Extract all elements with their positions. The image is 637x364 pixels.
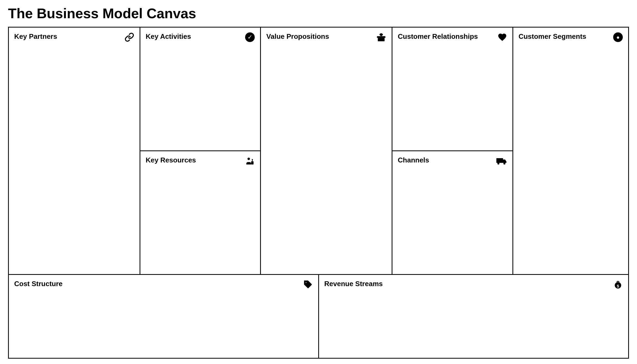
customer-relationships-title: Customer Relationships: [398, 32, 478, 41]
key-activities-title: Key Activities: [146, 32, 191, 41]
bottom-section: Cost Structure Revenue Streams $: [9, 275, 628, 358]
business-model-canvas: Key Partners Key Activities ✓: [8, 27, 629, 359]
channels-title: Channels: [398, 156, 429, 164]
svg-text:$: $: [617, 284, 619, 288]
value-propositions-title: Value Propositions: [266, 32, 329, 41]
customer-relationships-cell[interactable]: Customer Relationships: [392, 28, 512, 151]
svg-rect-6: [496, 158, 503, 163]
top-section: Key Partners Key Activities ✓: [9, 28, 628, 275]
tag-icon: [303, 280, 313, 291]
check-circle-icon: ✓: [245, 32, 255, 42]
heart-icon: [497, 32, 507, 44]
cost-structure-header: Cost Structure: [14, 280, 313, 291]
svg-rect-1: [251, 161, 254, 165]
key-resources-cell[interactable]: Key Resources: [140, 151, 260, 274]
value-propositions-cell[interactable]: Value Propositions: [261, 28, 392, 274]
svg-rect-5: [378, 38, 384, 41]
key-partners-header: Key Partners: [14, 32, 134, 44]
svg-point-3: [252, 159, 253, 160]
channels-cell[interactable]: Channels: [392, 151, 512, 274]
page-title: The Business Model Canvas: [8, 5, 629, 21]
moneybag-icon: $: [613, 280, 623, 291]
truck-icon: [496, 156, 507, 168]
svg-rect-4: [377, 36, 385, 38]
key-resources-header: Key Resources: [146, 156, 255, 168]
key-partners-cell[interactable]: Key Partners: [9, 28, 140, 274]
key-activities-cell[interactable]: Key Activities ✓: [140, 28, 260, 151]
channels-header: Channels: [398, 156, 507, 168]
customer-segments-header: Customer Segments ●: [519, 32, 623, 42]
svg-point-0: [248, 158, 250, 160]
cost-structure-title: Cost Structure: [14, 280, 63, 288]
link-icon: [125, 32, 134, 44]
revenue-streams-cell[interactable]: Revenue Streams $: [319, 275, 628, 358]
right-mid-column: Customer Relationships Channels: [392, 28, 513, 274]
middle-column: Key Activities ✓ Key Resources: [140, 28, 261, 274]
customer-segments-cell[interactable]: Customer Segments ●: [513, 28, 628, 274]
value-propositions-header: Value Propositions: [266, 32, 386, 45]
customer-segments-title: Customer Segments: [519, 32, 586, 41]
key-resources-title: Key Resources: [146, 156, 196, 164]
person-icon: ●: [613, 32, 623, 42]
key-activities-header: Key Activities ✓: [146, 32, 255, 42]
cost-structure-cell[interactable]: Cost Structure: [9, 275, 319, 358]
customer-relationships-header: Customer Relationships: [398, 32, 507, 44]
worker-icon: [245, 156, 255, 168]
key-partners-title: Key Partners: [14, 32, 57, 41]
svg-point-7: [497, 162, 499, 165]
gift-icon: [376, 32, 386, 45]
revenue-streams-header: Revenue Streams $: [324, 280, 623, 291]
svg-point-8: [503, 162, 505, 165]
revenue-streams-title: Revenue Streams: [324, 280, 383, 288]
